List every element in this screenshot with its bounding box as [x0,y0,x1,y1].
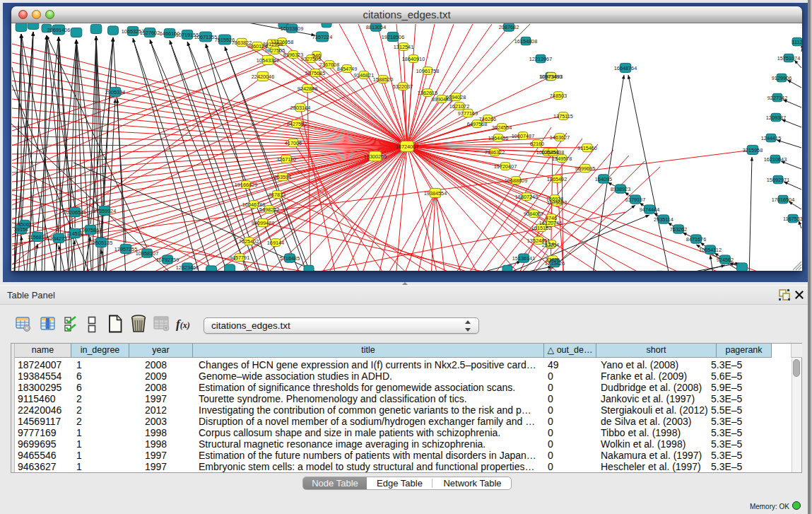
svg-text:924562: 924562 [717,257,734,263]
svg-text:8454749: 8454749 [337,66,357,72]
svg-text:1156819: 1156819 [28,234,47,240]
svg-text:2935114: 2935114 [654,216,673,223]
svg-text:16782759: 16782759 [156,257,179,263]
svg-text:9699695: 9699695 [575,165,595,172]
svg-text:5716485: 5716485 [280,255,300,262]
svg-text:15751074: 15751074 [777,55,800,62]
svg-text:10688609: 10688609 [505,177,527,184]
svg-text:1733426: 1733426 [545,260,565,267]
svg-text:8938923: 8938923 [611,186,630,192]
svg-text:12505135: 12505135 [90,240,112,246]
svg-text:19166829: 19166829 [235,182,257,188]
svg-text:18724007: 18724007 [396,144,418,150]
svg-text:4746: 4746 [546,215,557,221]
svg-text:16033809: 16033809 [281,25,303,32]
svg-text:3267110: 3267110 [276,156,296,163]
svg-text:14: 14 [548,241,554,247]
svg-text:1244415: 1244415 [761,135,781,141]
svg-text:5498222: 5498222 [259,206,279,213]
svg-text:19218506: 19218506 [382,34,404,40]
svg-text:9777169: 9777169 [458,110,478,117]
svg-text:9327505: 9327505 [301,56,321,62]
svg-text:10025438: 10025438 [541,149,564,156]
svg-text:9457791: 9457791 [230,255,249,261]
svg-text:17957255: 17957255 [114,246,137,252]
svg-text:763262: 763262 [670,226,687,233]
svg-text:10654112: 10654112 [699,247,722,253]
svg-text:164095: 164095 [595,176,612,182]
svg-text:1621072: 1621072 [449,103,469,110]
svg-text:169144: 169144 [267,240,284,246]
svg-text:756928: 756928 [546,196,563,202]
svg-text:19975867: 19975867 [79,227,102,233]
svg-text:10671355: 10671355 [194,34,217,40]
svg-text:17359924: 17359924 [93,208,116,214]
svg-text:15692971: 15692971 [767,177,789,183]
svg-text:18300295: 18300295 [364,153,387,160]
svg-text:16648764: 16648764 [614,65,637,71]
svg-text:15720407: 15720407 [494,163,517,170]
svg-text:3215958: 3215958 [743,147,763,153]
svg-text:2087682: 2087682 [499,24,519,30]
svg-text:10807487: 10807487 [512,133,534,139]
svg-text:18640910: 18640910 [402,56,425,62]
svg-text:9827505: 9827505 [265,47,285,54]
svg-text:9227342: 9227342 [767,95,787,101]
svg-text:12213967: 12213967 [529,56,552,62]
svg-text:12323466: 12323466 [176,264,199,271]
svg-text:3624554: 3624554 [492,124,512,131]
svg-text:10543362: 10543362 [257,57,279,64]
svg-text:9242848: 9242848 [298,86,317,92]
svg-text:10973493: 10973493 [540,74,563,80]
svg-text:1865492: 1865492 [547,176,567,182]
svg-text:10958107: 10958107 [136,250,158,257]
svg-text:1362615: 1362615 [418,90,437,96]
svg-text:2803144: 2803144 [290,105,310,111]
svg-text:7625402: 7625402 [239,238,259,245]
svg-text:1312541: 1312541 [394,44,413,50]
svg-text:5875685: 5875685 [305,70,325,76]
svg-text:18807249: 18807249 [515,194,538,200]
svg-text:1588520: 1588520 [373,76,393,83]
svg-text:1364436: 1364436 [488,135,508,141]
svg-text:1463627: 1463627 [550,134,570,141]
svg-text:9474444: 9474444 [640,206,659,213]
svg-text:1375115: 1375115 [553,113,573,119]
svg-text:6497568: 6497568 [467,121,487,127]
svg-text:253594: 253594 [274,174,291,180]
svg-text:2905334: 2905334 [105,89,125,95]
svg-text:6794028: 6794028 [446,94,466,100]
svg-text:7986322: 7986322 [485,149,505,156]
svg-text:10961758: 10961758 [416,68,439,74]
svg-text:1112: 1112 [792,39,802,45]
svg-text:94099489: 94099489 [252,220,274,226]
svg-text:9115460: 9115460 [577,145,597,151]
svg-text:887833: 887833 [269,192,286,198]
svg-text:16210643: 16210643 [764,156,787,163]
svg-text:9129906: 9129906 [772,75,792,81]
svg-text:748503: 748503 [550,93,567,99]
svg-text:20206536: 20206536 [64,209,86,216]
svg-text:16154808: 16154808 [514,38,537,45]
svg-text:1527602: 1527602 [140,30,160,36]
svg-text:1615152: 1615152 [531,225,551,231]
svg-text:8813054: 8813054 [366,24,386,30]
svg-text:15136141: 15136141 [512,255,535,262]
svg-text:62160: 62160 [530,141,544,147]
svg-text:8471676: 8471676 [686,236,706,243]
svg-text:5322037: 5322037 [393,83,413,90]
svg-text:20691406: 20691406 [47,27,70,33]
svg-text:17016504: 17016504 [772,197,794,203]
svg-text:35061: 35061 [18,221,32,228]
svg-text:9084067: 9084067 [524,211,543,217]
svg-text:417006: 417006 [285,140,302,146]
svg-text:1349578: 1349578 [552,156,572,162]
svg-text:19384554: 19384554 [424,190,447,197]
svg-text:1209387: 1209387 [766,115,786,121]
svg-text:9146821: 9146821 [354,72,374,78]
svg-text:13226058: 13226058 [271,39,293,45]
svg-text:1167533: 1167533 [783,216,802,222]
svg-text:22420046: 22420046 [252,74,274,80]
svg-text:7357224: 7357224 [312,34,332,40]
svg-text:6379197: 6379197 [625,197,645,203]
